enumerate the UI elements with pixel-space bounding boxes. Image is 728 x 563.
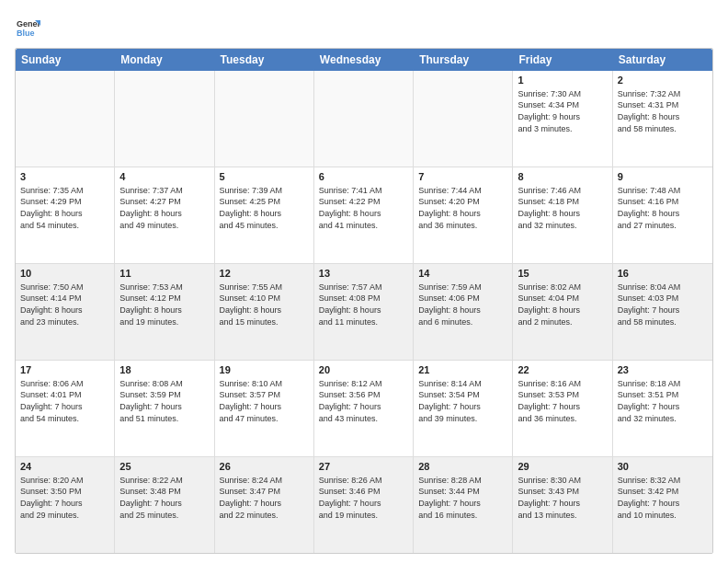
day-header-wednesday: Wednesday: [314, 49, 414, 71]
day-cell-1: 1Sunrise: 7:30 AM Sunset: 4:34 PM Daylig…: [513, 71, 612, 167]
day-number: 1: [518, 74, 607, 87]
day-info: Sunrise: 8:26 AM Sunset: 3:46 PM Dayligh…: [319, 475, 408, 521]
day-info: Sunrise: 7:41 AM Sunset: 4:22 PM Dayligh…: [319, 185, 408, 231]
logo-icon: General Blue: [15, 15, 40, 40]
calendar: SundayMondayTuesdayWednesdayThursdayFrid…: [15, 48, 713, 554]
day-cell-24: 24Sunrise: 8:20 AM Sunset: 3:50 PM Dayli…: [16, 457, 115, 553]
day-cell-13: 13Sunrise: 7:57 AM Sunset: 4:08 PM Dayli…: [314, 264, 414, 360]
day-number: 18: [119, 363, 209, 377]
week-row-0: 1Sunrise: 7:30 AM Sunset: 4:34 PM Daylig…: [16, 71, 712, 167]
day-number: 28: [418, 460, 507, 474]
day-info: Sunrise: 8:04 AM Sunset: 4:03 PM Dayligh…: [618, 282, 708, 327]
day-header-saturday: Saturday: [613, 49, 712, 71]
day-info: Sunrise: 8:06 AM Sunset: 4:01 PM Dayligh…: [20, 378, 109, 424]
day-info: Sunrise: 7:48 AM Sunset: 4:16 PM Dayligh…: [618, 185, 708, 231]
day-info: Sunrise: 8:12 AM Sunset: 3:56 PM Dayligh…: [319, 378, 408, 424]
day-cell-4: 4Sunrise: 7:37 AM Sunset: 4:27 PM Daylig…: [115, 167, 214, 263]
day-cell-22: 22Sunrise: 8:16 AM Sunset: 3:53 PM Dayli…: [513, 361, 612, 456]
day-cell-7: 7Sunrise: 7:44 AM Sunset: 4:20 PM Daylig…: [414, 167, 513, 263]
day-header-sunday: Sunday: [16, 49, 115, 71]
day-number: 13: [319, 267, 408, 281]
day-info: Sunrise: 8:14 AM Sunset: 3:54 PM Dayligh…: [418, 378, 507, 424]
week-row-1: 3Sunrise: 7:35 AM Sunset: 4:29 PM Daylig…: [16, 167, 712, 264]
day-number: 21: [418, 363, 507, 377]
day-info: Sunrise: 8:22 AM Sunset: 3:48 PM Dayligh…: [119, 475, 209, 521]
day-number: 5: [220, 170, 309, 184]
day-number: 14: [418, 267, 507, 281]
day-info: Sunrise: 7:35 AM Sunset: 4:29 PM Dayligh…: [20, 185, 109, 231]
day-cell-28: 28Sunrise: 8:28 AM Sunset: 3:44 PM Dayli…: [414, 457, 513, 553]
week-row-2: 10Sunrise: 7:50 AM Sunset: 4:14 PM Dayli…: [16, 264, 712, 361]
day-header-monday: Monday: [115, 49, 214, 71]
day-info: Sunrise: 8:10 AM Sunset: 3:57 PM Dayligh…: [220, 378, 309, 424]
day-number: 11: [119, 267, 209, 281]
header: General Blue: [15, 15, 713, 40]
day-info: Sunrise: 8:02 AM Sunset: 4:04 PM Dayligh…: [518, 282, 607, 327]
day-number: 15: [518, 267, 607, 281]
empty-cell: [314, 71, 414, 167]
calendar-page: General Blue SundayMondayTuesdayWednesda…: [0, 0, 728, 563]
day-info: Sunrise: 7:46 AM Sunset: 4:18 PM Dayligh…: [518, 185, 607, 231]
day-cell-6: 6Sunrise: 7:41 AM Sunset: 4:22 PM Daylig…: [314, 167, 414, 263]
day-info: Sunrise: 8:24 AM Sunset: 3:47 PM Dayligh…: [220, 475, 309, 521]
day-info: Sunrise: 8:30 AM Sunset: 3:43 PM Dayligh…: [518, 475, 607, 521]
day-info: Sunrise: 7:59 AM Sunset: 4:06 PM Dayligh…: [418, 282, 507, 327]
day-info: Sunrise: 7:50 AM Sunset: 4:14 PM Dayligh…: [20, 282, 109, 327]
day-number: 10: [20, 267, 109, 281]
day-cell-30: 30Sunrise: 8:32 AM Sunset: 3:42 PM Dayli…: [613, 457, 712, 553]
day-number: 2: [618, 74, 708, 87]
day-info: Sunrise: 8:28 AM Sunset: 3:44 PM Dayligh…: [418, 475, 507, 521]
day-info: Sunrise: 8:08 AM Sunset: 3:59 PM Dayligh…: [119, 378, 209, 424]
day-info: Sunrise: 7:39 AM Sunset: 4:25 PM Dayligh…: [220, 185, 309, 231]
day-cell-29: 29Sunrise: 8:30 AM Sunset: 3:43 PM Dayli…: [513, 457, 612, 553]
day-info: Sunrise: 7:30 AM Sunset: 4:34 PM Dayligh…: [518, 88, 607, 134]
day-number: 27: [319, 460, 408, 474]
day-cell-26: 26Sunrise: 8:24 AM Sunset: 3:47 PM Dayli…: [215, 457, 314, 553]
day-number: 3: [20, 170, 109, 184]
day-number: 24: [20, 460, 109, 474]
day-info: Sunrise: 8:32 AM Sunset: 3:42 PM Dayligh…: [618, 475, 708, 521]
day-number: 23: [618, 363, 708, 377]
day-info: Sunrise: 8:20 AM Sunset: 3:50 PM Dayligh…: [20, 475, 109, 521]
day-cell-10: 10Sunrise: 7:50 AM Sunset: 4:14 PM Dayli…: [16, 264, 115, 360]
day-cell-2: 2Sunrise: 7:32 AM Sunset: 4:31 PM Daylig…: [613, 71, 712, 167]
day-number: 19: [220, 363, 309, 377]
day-header-friday: Friday: [513, 49, 612, 71]
logo: General Blue: [15, 15, 44, 40]
day-header-tuesday: Tuesday: [215, 49, 314, 71]
empty-cell: [16, 71, 115, 167]
calendar-header: SundayMondayTuesdayWednesdayThursdayFrid…: [16, 49, 712, 71]
day-cell-8: 8Sunrise: 7:46 AM Sunset: 4:18 PM Daylig…: [513, 167, 612, 263]
day-number: 20: [319, 363, 408, 377]
empty-cell: [115, 71, 214, 167]
day-cell-23: 23Sunrise: 8:18 AM Sunset: 3:51 PM Dayli…: [613, 361, 712, 456]
day-cell-5: 5Sunrise: 7:39 AM Sunset: 4:25 PM Daylig…: [215, 167, 314, 263]
empty-cell: [414, 71, 513, 167]
day-number: 17: [20, 363, 109, 377]
calendar-body: 1Sunrise: 7:30 AM Sunset: 4:34 PM Daylig…: [16, 71, 712, 553]
day-cell-18: 18Sunrise: 8:08 AM Sunset: 3:59 PM Dayli…: [115, 361, 214, 456]
day-info: Sunrise: 7:32 AM Sunset: 4:31 PM Dayligh…: [618, 88, 708, 134]
day-info: Sunrise: 8:16 AM Sunset: 3:53 PM Dayligh…: [518, 378, 607, 424]
day-number: 25: [119, 460, 209, 474]
day-cell-19: 19Sunrise: 8:10 AM Sunset: 3:57 PM Dayli…: [215, 361, 314, 456]
week-row-3: 17Sunrise: 8:06 AM Sunset: 4:01 PM Dayli…: [16, 361, 712, 457]
day-info: Sunrise: 8:18 AM Sunset: 3:51 PM Dayligh…: [618, 378, 708, 424]
day-number: 7: [418, 170, 507, 184]
svg-text:Blue: Blue: [17, 29, 35, 38]
day-cell-17: 17Sunrise: 8:06 AM Sunset: 4:01 PM Dayli…: [16, 361, 115, 456]
day-number: 12: [220, 267, 309, 281]
day-cell-14: 14Sunrise: 7:59 AM Sunset: 4:06 PM Dayli…: [414, 264, 513, 360]
day-cell-21: 21Sunrise: 8:14 AM Sunset: 3:54 PM Dayli…: [414, 361, 513, 456]
day-cell-15: 15Sunrise: 8:02 AM Sunset: 4:04 PM Dayli…: [513, 264, 612, 360]
day-number: 9: [618, 170, 708, 184]
day-cell-12: 12Sunrise: 7:55 AM Sunset: 4:10 PM Dayli…: [215, 264, 314, 360]
day-info: Sunrise: 7:55 AM Sunset: 4:10 PM Dayligh…: [220, 282, 309, 327]
day-cell-16: 16Sunrise: 8:04 AM Sunset: 4:03 PM Dayli…: [613, 264, 712, 360]
day-cell-3: 3Sunrise: 7:35 AM Sunset: 4:29 PM Daylig…: [16, 167, 115, 263]
day-header-thursday: Thursday: [414, 49, 513, 71]
day-cell-27: 27Sunrise: 8:26 AM Sunset: 3:46 PM Dayli…: [314, 457, 414, 553]
day-number: 30: [618, 460, 708, 474]
day-cell-20: 20Sunrise: 8:12 AM Sunset: 3:56 PM Dayli…: [314, 361, 414, 456]
day-info: Sunrise: 7:53 AM Sunset: 4:12 PM Dayligh…: [119, 282, 209, 327]
